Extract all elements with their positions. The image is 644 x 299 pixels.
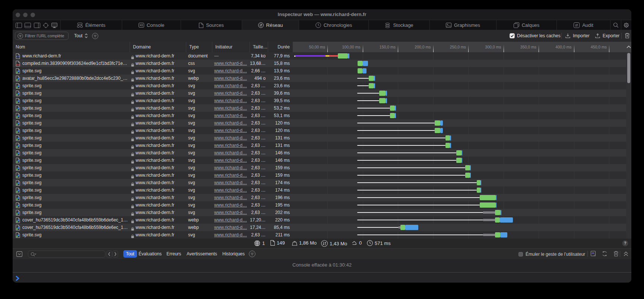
svg-text:?: ? [624, 241, 626, 245]
svg-text:JS: JS [591, 252, 594, 254]
svg-text:css: css [16, 63, 20, 65]
